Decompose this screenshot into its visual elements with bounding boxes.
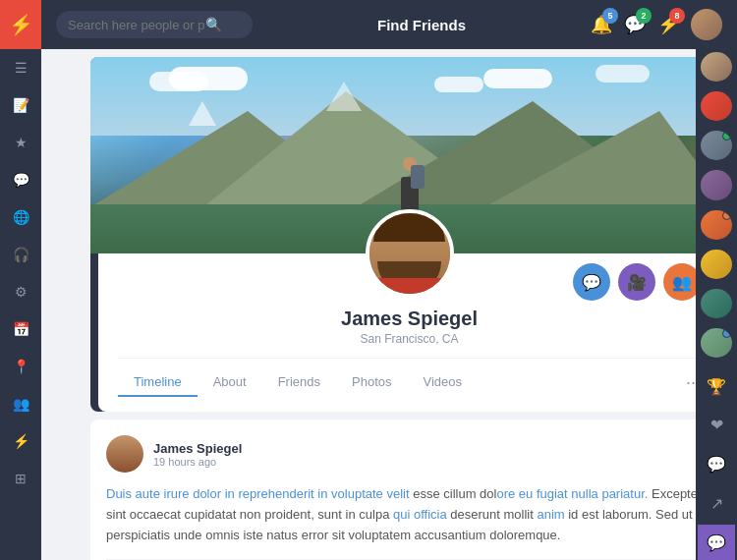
- user-avatar-header[interactable]: [691, 9, 722, 40]
- profile-section: 💬 🎥 👥 James Spiegel San Francisco, CA Ti…: [98, 253, 720, 412]
- search-input[interactable]: [68, 18, 205, 32]
- sidebar-item-chat[interactable]: 💬: [0, 161, 41, 198]
- app-logo[interactable]: ⚡: [0, 0, 41, 49]
- messages-btn[interactable]: 💬 2: [624, 14, 646, 35]
- add-friend-icon: 👥: [672, 273, 692, 292]
- post-header: James Spiegel 19 hours ago ···: [106, 435, 712, 473]
- video-icon: 🎥: [627, 273, 647, 292]
- profile-action-buttons: 💬 🎥 👥: [573, 263, 701, 301]
- right-sidebar: 🏆 ❤ 💬 ↗ 💬: [696, 0, 737, 560]
- sidebar-item-calendar[interactable]: 📅: [0, 310, 41, 348]
- sidebar-item-menu[interactable]: ☰: [0, 49, 41, 86]
- alerts-badge: 8: [669, 8, 685, 24]
- sidebar-item-globe[interactable]: 🌐: [0, 198, 41, 236]
- right-chat-btn[interactable]: 💬: [698, 447, 735, 482]
- search-bar[interactable]: 🔍: [56, 11, 253, 38]
- nav-videos[interactable]: Videos: [407, 368, 478, 397]
- post-time: 19 hours ago: [153, 456, 688, 468]
- sidebar-item-location[interactable]: 📍: [0, 348, 41, 385]
- messages-badge: 2: [636, 8, 652, 24]
- profile-name: James Spiegel: [118, 308, 701, 330]
- post-author-name: James Spiegel: [153, 441, 688, 456]
- post-text: Duis aute irure dolor in reprehenderit i…: [106, 484, 712, 545]
- profile-nav: Timeline About Friends Photos Videos ···: [118, 358, 701, 397]
- right-user-2[interactable]: [701, 91, 732, 121]
- sidebar-item-compose[interactable]: 📝: [0, 86, 41, 124]
- sidebar-item-grid[interactable]: ⊞: [0, 460, 41, 497]
- post-card: James Spiegel 19 hours ago ··· Duis aute…: [90, 420, 728, 560]
- video-btn[interactable]: 🎥: [618, 263, 655, 301]
- sidebar-item-star[interactable]: ★: [0, 124, 41, 161]
- header-icons: 🔔 5 💬 2 ⚡ 8: [591, 9, 722, 40]
- nav-timeline[interactable]: Timeline: [118, 368, 198, 397]
- right-heart-btn[interactable]: ❤: [698, 408, 735, 443]
- right-user-8[interactable]: [701, 328, 732, 358]
- logo-icon: ⚡: [9, 13, 33, 36]
- nav-photos[interactable]: Photos: [336, 368, 407, 397]
- header-title: Find Friends: [253, 17, 591, 33]
- sidebar-item-settings[interactable]: ⚙: [0, 273, 41, 310]
- profile-avatar: [366, 209, 454, 298]
- notifications-badge: 5: [602, 8, 618, 24]
- notifications-btn[interactable]: 🔔 5: [591, 14, 612, 35]
- post-meta: James Spiegel 19 hours ago: [153, 441, 688, 468]
- right-user-7[interactable]: [701, 289, 732, 318]
- message-icon: 💬: [582, 273, 601, 292]
- main-content: 💬 🎥 👥 James Spiegel San Francisco, CA Ti…: [83, 49, 736, 560]
- sidebar-item-headphones[interactable]: 🎧: [0, 236, 41, 273]
- top-header: 🔍 Find Friends 🔔 5 💬 2 ⚡ 8: [41, 0, 737, 49]
- nav-friends[interactable]: Friends: [262, 368, 336, 397]
- profile-location: San Francisco, CA: [118, 332, 701, 346]
- right-user-3[interactable]: [701, 131, 732, 160]
- cover-area: 💬 🎥 👥 James Spiegel San Francisco, CA Ti…: [90, 57, 728, 412]
- right-user-6[interactable]: [701, 250, 732, 279]
- message-btn[interactable]: 💬: [573, 263, 610, 301]
- right-user-1[interactable]: [701, 52, 732, 82]
- right-share-btn[interactable]: ↗: [698, 485, 735, 521]
- right-user-5[interactable]: [701, 210, 732, 240]
- sidebar-item-activity[interactable]: ⚡: [0, 422, 41, 460]
- right-trophy-btn[interactable]: 🏆: [698, 368, 735, 404]
- right-user-4[interactable]: [701, 170, 732, 199]
- header-title-text: Find Friends: [377, 17, 466, 33]
- sidebar-item-friends[interactable]: 👥: [0, 385, 41, 422]
- alerts-btn[interactable]: ⚡ 8: [657, 14, 679, 35]
- post-author-avatar: [106, 435, 143, 473]
- right-active-chat-btn[interactable]: 💬: [698, 525, 735, 560]
- left-sidebar: ⚡ ☰ 📝 ★ 💬 🌐 🎧 ⚙ 📅 📍 👥 ⚡ ⊞: [0, 0, 41, 560]
- search-icon: 🔍: [205, 17, 222, 32]
- nav-about[interactable]: About: [198, 368, 262, 397]
